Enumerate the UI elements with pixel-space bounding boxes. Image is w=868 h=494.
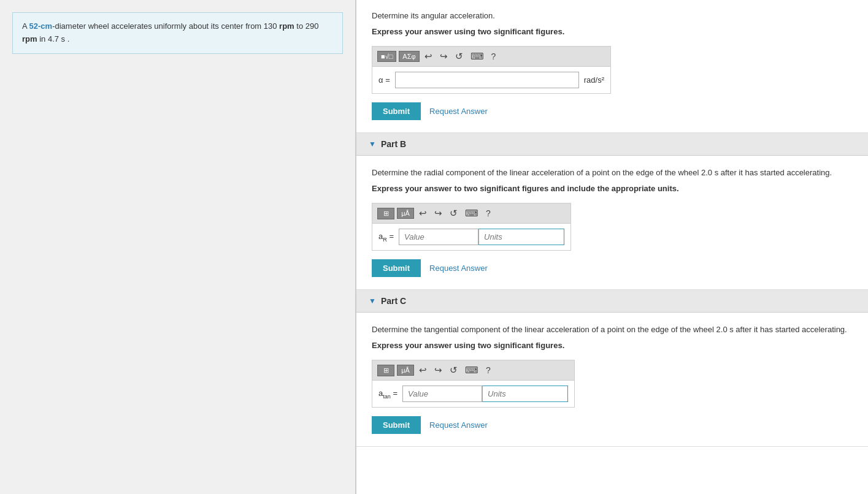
part-a-symbol-btn[interactable]: ΑΣφ	[399, 51, 419, 62]
part-c-section: ▼ Part C Determine the tangential compon…	[356, 290, 868, 447]
part-c-value-units-row	[402, 386, 568, 402]
part-b-mu-btn[interactable]: μÅ	[397, 208, 414, 219]
diameter-highlight: 52-cm	[29, 21, 53, 31]
part-a-redo-btn[interactable]: ↪	[437, 50, 450, 63]
part-b-undo-btn[interactable]: ↩	[417, 207, 429, 220]
part-a-submit-row: Submit Request Answer	[372, 102, 853, 120]
part-a-math-btn[interactable]: ■√□	[377, 51, 396, 62]
part-b-answer-box: ⊞ μÅ ↩ ↪ ↺ ⌨ ? aR =	[372, 203, 571, 251]
part-c-mu-btn[interactable]: μÅ	[397, 365, 414, 376]
part-b-question-text: Determine the radial component of the li…	[372, 167, 853, 179]
part-b-submit-row: Submit Request Answer	[372, 259, 853, 277]
part-b-input-label: aR =	[378, 232, 394, 243]
part-a-answer-box: ■√□ ΑΣφ ↩ ↪ ↺ ⌨ ? α = rad/s²	[372, 46, 611, 94]
part-b-label: Part B	[381, 139, 406, 149]
part-a-question-text: Determine its angular acceleration.	[372, 10, 853, 22]
part-b-input-row: aR =	[372, 224, 570, 250]
part-a-input-row: α = rad/s²	[372, 67, 610, 93]
part-b-request-answer-link[interactable]: Request Answer	[429, 264, 488, 273]
part-c-submit-button[interactable]: Submit	[372, 416, 421, 434]
part-c-answer-box: ⊞ μÅ ↩ ↪ ↺ ⌨ ? atan =	[372, 360, 575, 408]
right-panel: Determine its angular acceleration. Expr…	[356, 0, 868, 494]
part-b-section: ▼ Part B Determine the radial component …	[356, 133, 868, 290]
part-a-undo-btn[interactable]: ↩	[422, 50, 435, 63]
part-a-instruction: Express your answer using two significan…	[372, 26, 853, 38]
part-c-header: ▼ Part C	[356, 290, 868, 313]
part-c-keyboard-btn[interactable]: ⌨	[463, 363, 481, 377]
part-c-refresh-btn[interactable]: ↺	[447, 363, 460, 377]
part-b-keyboard-btn[interactable]: ⌨	[463, 207, 481, 220]
part-c-arrow-icon: ▼	[369, 297, 376, 305]
part-a-toolbar: ■√□ ΑΣφ ↩ ↪ ↺ ⌨ ?	[372, 47, 610, 67]
rpm-end: rpm	[22, 34, 37, 44]
part-c-input-row: atan =	[372, 381, 574, 407]
part-b-toolbar: ⊞ μÅ ↩ ↪ ↺ ⌨ ?	[372, 203, 570, 224]
part-b-refresh-btn[interactable]: ↺	[447, 207, 460, 220]
part-b-redo-btn[interactable]: ↪	[432, 207, 445, 220]
part-c-input-label: atan =	[378, 389, 398, 400]
rpm-start: rpm	[279, 21, 294, 31]
part-b-submit-button[interactable]: Submit	[372, 259, 421, 277]
part-b-instruction: Express your answer to two significant f…	[372, 183, 853, 195]
problem-statement: A 52-cm-diameter wheel accelerates unifo…	[12, 12, 343, 54]
part-c-content: Determine the tangential component of th…	[356, 313, 868, 447]
part-a-unit: rad/s²	[584, 75, 604, 85]
part-a-input-label: α =	[378, 75, 390, 85]
part-c-undo-btn[interactable]: ↩	[417, 363, 429, 377]
part-b-content: Determine the radial component of the li…	[356, 156, 868, 290]
part-a-input[interactable]	[395, 72, 579, 88]
part-a-refresh-btn[interactable]: ↺	[453, 50, 466, 63]
part-c-question-text: Determine the tangential component of th…	[372, 324, 853, 336]
part-b-help-btn[interactable]: ?	[483, 207, 493, 219]
part-a-section: Determine its angular acceleration. Expr…	[356, 0, 868, 133]
part-c-help-btn[interactable]: ?	[483, 364, 493, 376]
part-b-value-units-row	[399, 229, 564, 245]
part-a-submit-button[interactable]: Submit	[372, 102, 421, 120]
part-c-label: Part C	[381, 296, 406, 306]
part-c-grid-btn[interactable]: ⊞	[377, 365, 394, 376]
part-b-units-input[interactable]	[478, 229, 564, 245]
part-c-units-input[interactable]	[482, 386, 568, 402]
part-c-request-answer-link[interactable]: Request Answer	[429, 420, 488, 430]
part-b-header: ▼ Part B	[356, 133, 868, 156]
part-c-toolbar: ⊞ μÅ ↩ ↪ ↺ ⌨ ?	[372, 360, 574, 381]
part-c-submit-row: Submit Request Answer	[372, 416, 853, 434]
part-c-value-input[interactable]	[402, 386, 482, 402]
part-a-keyboard-btn[interactable]: ⌨	[468, 50, 486, 63]
part-b-value-input[interactable]	[399, 229, 478, 245]
part-b-grid-btn[interactable]: ⊞	[377, 208, 394, 219]
part-c-instruction: Express your answer using two significan…	[372, 340, 853, 352]
part-a-request-answer-link[interactable]: Request Answer	[429, 107, 488, 116]
part-a-help-btn[interactable]: ?	[489, 50, 499, 63]
left-panel: A 52-cm-diameter wheel accelerates unifo…	[0, 0, 356, 494]
part-b-arrow-icon: ▼	[369, 140, 376, 148]
part-c-redo-btn[interactable]: ↪	[432, 363, 445, 377]
